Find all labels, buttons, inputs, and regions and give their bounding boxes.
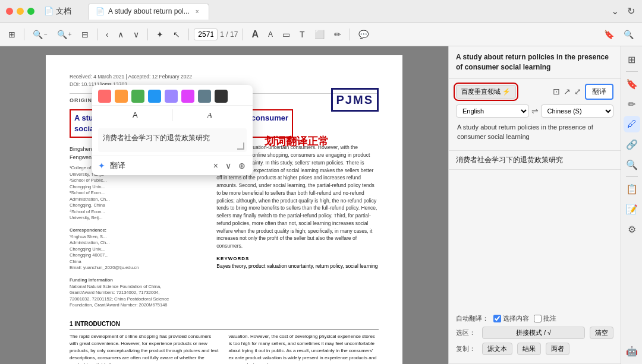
title-bar: 📄 文档 📄 A study about return pol... × ⌄ ↻ [0, 0, 642, 23]
sidebar-auto-row: 自动翻译： 选择内容 批注 [456, 314, 613, 323]
grid-view-button[interactable]: ⊞ [5, 27, 19, 42]
auto-translate-label: 自动翻译： [456, 314, 489, 323]
color-swatch-dark[interactable] [215, 90, 228, 103]
sidebar-translated-text: 消费者社会学习下的退货政策研究 [449, 151, 621, 170]
settings-icon-button[interactable]: ⚙ [624, 221, 640, 238]
source-text-button[interactable]: 源文本 [482, 343, 512, 355]
highlight-button[interactable]: ▭ [279, 27, 294, 42]
color-swatch-gray[interactable] [198, 90, 211, 103]
popup-close-button[interactable]: × [212, 160, 219, 172]
translate-icon: ✦ [98, 161, 105, 170]
pdf-affiliations: ¹College of Mang... University, Tianj...… [70, 165, 204, 309]
page-count: 1 / 17 [220, 30, 238, 39]
lang-swap-icon[interactable]: ⇌ [531, 106, 539, 116]
fullscreen-button[interactable] [27, 8, 34, 15]
popup-copy-button[interactable]: ⊕ [237, 160, 247, 172]
pdf-viewer[interactable]: Received: 4 March 2021 | Accepted: 12 Fe… [0, 46, 448, 364]
separator-6 [350, 29, 350, 40]
separator-4 [188, 29, 189, 40]
section-title: 1 INTRODUCTION [70, 319, 379, 330]
select-content-checkbox-label[interactable]: 选择内容 [493, 314, 529, 323]
page-up-button[interactable]: ∧ [114, 27, 127, 42]
popup-text-btn-italic[interactable]: A [173, 108, 247, 122]
chevron-down-button[interactable]: ⌄ [610, 4, 620, 18]
sidebar-lang-row: English ⇌ Chinese (S) [456, 105, 613, 118]
color-swatch-orange[interactable] [115, 90, 128, 103]
annotation-label: 批注 [543, 314, 556, 323]
source-language-select[interactable]: English [456, 105, 529, 118]
toolbar: ⊞ 🔍− 🔍+ ⊟ ‹ ∧ ∨ ✦ ↖ 1 / 17 A A ▭ T ⬜ ✏ 💬… [0, 23, 642, 46]
select-content-label: 选择内容 [503, 314, 529, 323]
translate-button[interactable]: 翻译 [585, 84, 613, 100]
target-language-select[interactable]: Chinese (S) [541, 105, 614, 118]
popup-text-style: A A [92, 105, 253, 125]
section-body-right: valuation. However, the cost of developi… [229, 333, 379, 364]
text-a-small-button[interactable]: A [265, 28, 276, 41]
app-title: 📄 文档 [44, 6, 71, 17]
color-swatch-blue[interactable] [148, 90, 161, 103]
translate-label: 翻译 [110, 160, 125, 171]
traffic-lights [6, 8, 34, 15]
both-button[interactable]: 两者 [546, 343, 569, 355]
translate-engine-button[interactable]: 百度垂直领域 ⚡ [456, 85, 516, 99]
zoom-in-button[interactable]: 🔍+ [54, 27, 75, 42]
zoom-out-button[interactable]: 🔍− [29, 27, 51, 42]
title-bar-actions: ⌄ ↻ [610, 4, 636, 18]
search-button[interactable]: 🔍 [620, 27, 637, 42]
bookmark-button[interactable]: 🔖 [600, 27, 618, 42]
pages-icon-button[interactable]: ⊞ [624, 51, 640, 68]
bookmark-icon-button[interactable]: 🔖 [624, 75, 640, 92]
expand-icon-button[interactable]: ↗ [564, 87, 571, 96]
color-swatch-green[interactable] [131, 90, 144, 103]
result-button[interactable]: 结果 [517, 343, 541, 355]
icon-bar-sep-2 [626, 176, 638, 177]
splice-mode-button[interactable]: 拼接模式 / √ [482, 327, 585, 339]
section-body-left: The rapid development of online shopping… [70, 333, 220, 364]
icon-bar-sep-1 [626, 71, 638, 72]
link-icon-button[interactable]: 🔗 [624, 136, 640, 153]
select-content-checkbox[interactable] [493, 315, 501, 322]
color-swatch-pink[interactable] [181, 90, 194, 103]
text-a-large-button[interactable]: A [248, 27, 262, 42]
separator-5 [243, 29, 243, 40]
minimize-button[interactable] [17, 8, 24, 15]
comment-mode-button[interactable]: 💬 [355, 27, 372, 42]
shape-tool-button[interactable]: ⬜ [311, 27, 328, 42]
popup-expand-button[interactable]: ∨ [224, 160, 232, 172]
draw-tool-button[interactable]: ✏ [331, 27, 345, 42]
popup-translation-text: 消费者社会学习下的退货政策研究 [98, 128, 247, 152]
ai-icon-button[interactable]: 🤖 [624, 343, 640, 359]
popup-icon-button[interactable]: ⊡ [553, 87, 560, 96]
stamp-icon-button[interactable]: 📋 [624, 181, 640, 197]
detach-icon-button[interactable]: ⤢ [574, 87, 581, 96]
sidebar-original-text: A study about return policies in the pre… [456, 122, 613, 142]
page-number-input[interactable] [194, 29, 218, 40]
tab-title: A study about return pol... [108, 7, 190, 15]
sidebar-translate-bar: 百度垂直领域 ⚡ ⊡ ↗ ⤢ 翻译 [456, 84, 613, 100]
clear-button[interactable]: 清空 [590, 327, 613, 339]
copy-label: 复制： [456, 344, 477, 353]
translation-popup: A A 消费者社会学习下的退货政策研究 ✦ 翻译 × ∨ ⊕ [92, 85, 253, 175]
search-icon-button[interactable]: 🔍 [624, 156, 640, 173]
pencil-icon-button[interactable]: ✏ [624, 96, 640, 112]
select-tool-button[interactable]: ↖ [169, 27, 184, 42]
highlight-icon-button[interactable]: 🖊 [624, 116, 640, 132]
text-tool-button[interactable]: T [296, 27, 309, 42]
page-down-button[interactable]: ∨ [130, 27, 143, 42]
refresh-button[interactable]: ↻ [626, 4, 636, 18]
color-swatch-purple[interactable] [165, 90, 178, 103]
note-icon-button[interactable]: 📝 [624, 201, 640, 217]
engine-icon: ⚡ [502, 88, 511, 96]
document-tab[interactable]: 📄 A study about return pol... × [88, 3, 209, 20]
tab-close-button[interactable]: × [193, 7, 202, 15]
annotation-checkbox-label[interactable]: 批注 [534, 314, 556, 323]
fit-page-button[interactable]: ⊟ [78, 27, 92, 42]
popup-text-btn-normal[interactable]: A [98, 108, 172, 122]
doc-icon: 📄 [44, 7, 54, 15]
prev-page-button[interactable]: ‹ [102, 27, 112, 42]
tab-area: 📄 A study about return pol... × [88, 3, 605, 20]
annotation-checkbox[interactable] [534, 315, 542, 322]
magic-button[interactable]: ✦ [153, 27, 167, 42]
color-swatch-red[interactable] [98, 90, 111, 103]
close-button[interactable] [6, 8, 13, 15]
